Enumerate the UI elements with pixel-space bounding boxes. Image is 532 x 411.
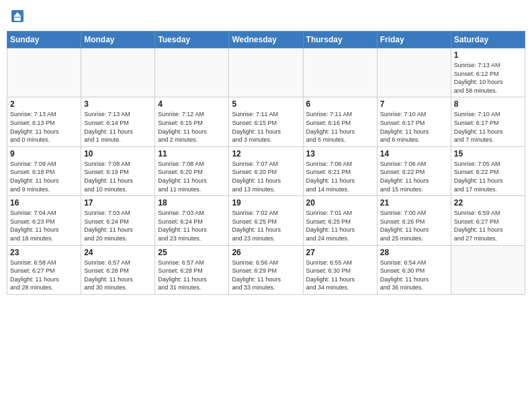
day-header-thursday: Thursday: [303, 32, 377, 48]
day-info: Sunrise: 7:03 AM Sunset: 6:24 PM Dayligh…: [84, 209, 152, 242]
day-info: Sunrise: 6:56 AM Sunset: 6:29 PM Dayligh…: [232, 259, 300, 292]
day-info: Sunrise: 7:04 AM Sunset: 6:23 PM Dayligh…: [10, 209, 78, 242]
calendar-cell: [303, 48, 377, 97]
day-number: 3: [84, 99, 152, 109]
day-number: 6: [306, 99, 374, 109]
day-header-sunday: Sunday: [7, 32, 81, 48]
day-number: 10: [84, 149, 152, 158]
calendar-cell: [229, 48, 303, 97]
calendar-cell: 16Sunrise: 7:04 AM Sunset: 6:23 PM Dayli…: [7, 196, 81, 245]
day-number: 15: [454, 149, 522, 158]
day-info: Sunrise: 7:13 AM Sunset: 6:12 PM Dayligh…: [454, 61, 522, 95]
logo-icon: [11, 9, 24, 23]
day-number: 26: [232, 248, 300, 257]
calendar-cell: 4Sunrise: 7:12 AM Sunset: 6:15 PM Daylig…: [155, 97, 229, 146]
day-number: 2: [10, 99, 78, 109]
day-number: 1: [454, 50, 522, 60]
day-info: Sunrise: 6:57 AM Sunset: 6:28 PM Dayligh…: [158, 259, 226, 292]
svg-rect-2: [14, 17, 21, 21]
calendar-cell: 27Sunrise: 6:55 AM Sunset: 6:30 PM Dayli…: [303, 245, 377, 294]
day-number: 16: [10, 198, 78, 208]
calendar-week-row: 1Sunrise: 7:13 AM Sunset: 6:12 PM Daylig…: [7, 48, 525, 97]
day-info: Sunrise: 7:06 AM Sunset: 6:21 PM Dayligh…: [306, 160, 374, 193]
calendar-cell: 12Sunrise: 7:07 AM Sunset: 6:20 PM Dayli…: [229, 146, 303, 195]
calendar-cell: 8Sunrise: 7:10 AM Sunset: 6:17 PM Daylig…: [451, 97, 525, 146]
day-number: 17: [84, 198, 152, 208]
calendar-cell: 17Sunrise: 7:03 AM Sunset: 6:24 PM Dayli…: [81, 196, 155, 245]
day-number: 4: [158, 99, 226, 109]
day-info: Sunrise: 7:05 AM Sunset: 6:22 PM Dayligh…: [454, 160, 522, 193]
calendar-cell: 23Sunrise: 6:58 AM Sunset: 6:27 PM Dayli…: [7, 245, 81, 294]
calendar-cell: 1Sunrise: 7:13 AM Sunset: 6:12 PM Daylig…: [451, 48, 525, 97]
day-info: Sunrise: 7:07 AM Sunset: 6:20 PM Dayligh…: [232, 160, 300, 193]
day-info: Sunrise: 6:57 AM Sunset: 6:28 PM Dayligh…: [84, 259, 152, 292]
day-info: Sunrise: 7:11 AM Sunset: 6:15 PM Dayligh…: [232, 110, 300, 144]
calendar-cell: 19Sunrise: 7:02 AM Sunset: 6:25 PM Dayli…: [229, 196, 303, 245]
calendar-cell: 6Sunrise: 7:11 AM Sunset: 6:16 PM Daylig…: [303, 97, 377, 146]
day-number: 27: [306, 248, 374, 257]
day-info: Sunrise: 6:55 AM Sunset: 6:30 PM Dayligh…: [306, 259, 374, 292]
day-number: 22: [454, 198, 522, 208]
day-number: 24: [84, 248, 152, 257]
day-info: Sunrise: 7:11 AM Sunset: 6:16 PM Dayligh…: [306, 110, 374, 144]
day-number: 19: [232, 198, 300, 208]
day-number: 20: [306, 198, 374, 208]
day-number: 14: [380, 149, 448, 158]
day-number: 7: [380, 99, 448, 109]
calendar-cell: 9Sunrise: 7:09 AM Sunset: 6:18 PM Daylig…: [7, 146, 81, 195]
day-number: 18: [158, 198, 226, 208]
calendar-cell: [7, 48, 81, 97]
calendar-cell: 7Sunrise: 7:10 AM Sunset: 6:17 PM Daylig…: [377, 97, 451, 146]
day-header-wednesday: Wednesday: [229, 32, 303, 48]
calendar-cell: 2Sunrise: 7:13 AM Sunset: 6:13 PM Daylig…: [7, 97, 81, 146]
calendar-cell: [451, 245, 525, 294]
day-info: Sunrise: 6:59 AM Sunset: 6:27 PM Dayligh…: [454, 209, 522, 242]
calendar-cell: 15Sunrise: 7:05 AM Sunset: 6:22 PM Dayli…: [451, 146, 525, 195]
calendar-cell: 22Sunrise: 6:59 AM Sunset: 6:27 PM Dayli…: [451, 196, 525, 245]
day-info: Sunrise: 6:58 AM Sunset: 6:27 PM Dayligh…: [10, 259, 78, 292]
page-header: [7, 7, 525, 26]
calendar-cell: 18Sunrise: 7:03 AM Sunset: 6:24 PM Dayli…: [155, 196, 229, 245]
calendar-week-row: 9Sunrise: 7:09 AM Sunset: 6:18 PM Daylig…: [7, 146, 525, 195]
calendar-cell: 3Sunrise: 7:13 AM Sunset: 6:14 PM Daylig…: [81, 97, 155, 146]
calendar-week-row: 23Sunrise: 6:58 AM Sunset: 6:27 PM Dayli…: [7, 245, 525, 294]
day-number: 25: [158, 248, 226, 257]
calendar-cell: 21Sunrise: 7:00 AM Sunset: 6:26 PM Dayli…: [377, 196, 451, 245]
calendar-cell: [155, 48, 229, 97]
calendar-cell: 14Sunrise: 7:06 AM Sunset: 6:22 PM Dayli…: [377, 146, 451, 195]
calendar-cell: 24Sunrise: 6:57 AM Sunset: 6:28 PM Dayli…: [81, 245, 155, 294]
day-info: Sunrise: 7:09 AM Sunset: 6:18 PM Dayligh…: [10, 160, 78, 193]
day-number: 9: [10, 149, 78, 158]
day-header-friday: Friday: [377, 32, 451, 48]
calendar-cell: 28Sunrise: 6:54 AM Sunset: 6:30 PM Dayli…: [377, 245, 451, 294]
calendar-cell: 25Sunrise: 6:57 AM Sunset: 6:28 PM Dayli…: [155, 245, 229, 294]
day-number: 5: [232, 99, 300, 109]
calendar-cell: 5Sunrise: 7:11 AM Sunset: 6:15 PM Daylig…: [229, 97, 303, 146]
day-header-tuesday: Tuesday: [155, 32, 229, 48]
calendar-table: SundayMondayTuesdayWednesdayThursdayFrid…: [7, 31, 525, 295]
calendar-week-row: 2Sunrise: 7:13 AM Sunset: 6:13 PM Daylig…: [7, 97, 525, 146]
calendar-cell: 26Sunrise: 6:56 AM Sunset: 6:29 PM Dayli…: [229, 245, 303, 294]
day-info: Sunrise: 7:10 AM Sunset: 6:17 PM Dayligh…: [454, 110, 522, 144]
day-info: Sunrise: 6:54 AM Sunset: 6:30 PM Dayligh…: [380, 259, 448, 292]
day-info: Sunrise: 7:13 AM Sunset: 6:14 PM Dayligh…: [84, 110, 152, 144]
calendar-cell: 11Sunrise: 7:08 AM Sunset: 6:20 PM Dayli…: [155, 146, 229, 195]
day-info: Sunrise: 7:00 AM Sunset: 6:26 PM Dayligh…: [380, 209, 448, 242]
day-info: Sunrise: 7:06 AM Sunset: 6:22 PM Dayligh…: [380, 160, 448, 193]
day-info: Sunrise: 7:02 AM Sunset: 6:25 PM Dayligh…: [232, 209, 300, 242]
day-info: Sunrise: 7:03 AM Sunset: 6:24 PM Dayligh…: [158, 209, 226, 242]
day-header-saturday: Saturday: [451, 32, 525, 48]
day-info: Sunrise: 7:10 AM Sunset: 6:17 PM Dayligh…: [380, 110, 448, 144]
day-info: Sunrise: 7:12 AM Sunset: 6:15 PM Dayligh…: [158, 110, 226, 144]
day-header-monday: Monday: [81, 32, 155, 48]
day-number: 13: [306, 149, 374, 158]
logo: [11, 9, 26, 23]
calendar-cell: 20Sunrise: 7:01 AM Sunset: 6:25 PM Dayli…: [303, 196, 377, 245]
day-number: 21: [380, 198, 448, 208]
day-info: Sunrise: 7:08 AM Sunset: 6:20 PM Dayligh…: [158, 160, 226, 193]
day-info: Sunrise: 7:08 AM Sunset: 6:19 PM Dayligh…: [84, 160, 152, 193]
day-number: 28: [380, 248, 448, 257]
day-number: 8: [454, 99, 522, 109]
day-number: 11: [158, 149, 226, 158]
day-info: Sunrise: 7:13 AM Sunset: 6:13 PM Dayligh…: [10, 110, 78, 144]
